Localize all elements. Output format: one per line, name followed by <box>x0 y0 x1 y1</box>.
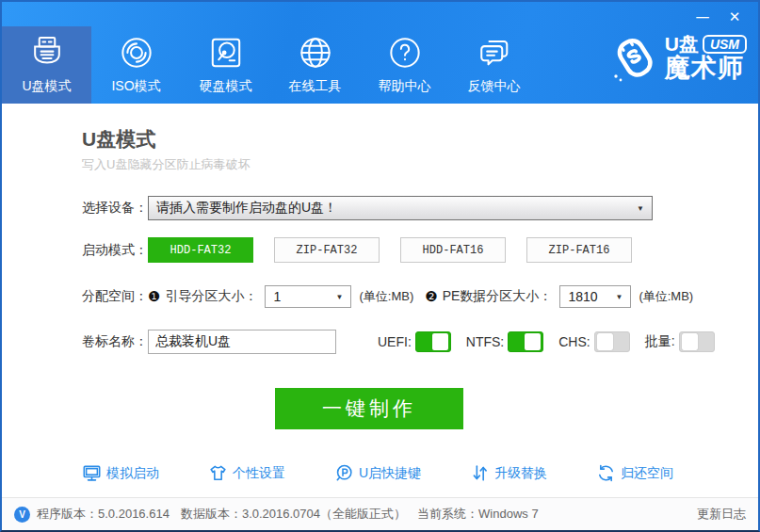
nav-label: 反馈中心 <box>468 78 521 95</box>
boot-mode-row: 启动模式： HDD-FAT32 ZIP-FAT32 HDD-FAT16 ZIP-… <box>82 237 758 263</box>
nav-online-tools[interactable]: 在线工具 <box>270 26 360 104</box>
tshirt-icon <box>208 463 228 483</box>
page-title: U盘模式 <box>82 126 758 153</box>
app-window: — ✕ U盘模式 <box>0 0 760 532</box>
chat-bubbles-icon <box>474 32 515 73</box>
pe-partition-unit: (单位:MB) <box>639 288 693 305</box>
link-label: U启快捷键 <box>359 465 421 482</box>
window-controls: — ✕ <box>687 6 751 28</box>
marker-2-icon: ❷ <box>425 288 437 305</box>
link-upgrade-replace[interactable]: 升级替换 <box>470 463 547 483</box>
boot-partition-size-value: 1 <box>273 289 281 304</box>
main-nav: U盘模式 ISO模式 <box>2 26 539 104</box>
nav-usb-mode[interactable]: U盘模式 <box>2 26 91 104</box>
nav-label: ISO模式 <box>111 78 160 95</box>
data-version: 数据版本：3.0.2016.0704（全能版正式） <box>181 506 406 523</box>
page-subtitle: 写入U盘隐藏分区防止病毒破坏 <box>82 156 758 173</box>
link-label: 归还空间 <box>621 465 673 482</box>
hard-disk-icon <box>205 32 247 73</box>
uefi-label: UEFI: <box>378 334 412 349</box>
toggle-knob <box>682 333 698 350</box>
circled-p-icon <box>334 463 354 483</box>
device-select-value: 请插入需要制作启动盘的U盘！ <box>156 200 337 217</box>
boot-partition-size-select[interactable]: 1 ▼ <box>265 285 351 308</box>
toggle-knob <box>525 333 541 350</box>
quick-links: 模拟启动 个性设置 U启快捷键 <box>82 463 673 483</box>
current-system: 当前系统：Windows 7 <box>417 506 539 523</box>
link-return-space[interactable]: 归还空间 <box>596 463 673 483</box>
logo-word1: U盘 <box>665 34 699 54</box>
marker-1-icon: ❶ <box>148 288 160 305</box>
boot-partition-label: 引导分区大小： <box>165 288 257 305</box>
nav-label: 在线工具 <box>289 78 342 95</box>
update-log-link[interactable]: 更新日志 <box>697 506 746 523</box>
batch-toggle[interactable] <box>679 331 715 352</box>
toggle-group: UEFI: NTFS: CHS: 批量: <box>378 331 730 352</box>
toggle-knob <box>432 333 448 350</box>
monitor-icon <box>82 463 102 483</box>
link-label: 个性设置 <box>233 465 285 482</box>
usb-drive-icon <box>26 32 68 73</box>
usm-logo-icon <box>608 30 661 85</box>
device-select[interactable]: 请插入需要制作启动盘的U盘！ ▼ <box>148 196 653 220</box>
one-key-make-button[interactable]: 一键制作 <box>275 388 463 429</box>
volume-name-input[interactable] <box>148 330 336 354</box>
nav-help-center[interactable]: 帮助中心 <box>360 26 449 104</box>
nav-label: 帮助中心 <box>379 78 431 95</box>
version-badge-icon: V <box>14 507 30 523</box>
program-version: 程序版本：5.0.2016.614 <box>37 506 170 523</box>
chs-toggle[interactable] <box>594 331 630 352</box>
ntfs-toggle[interactable] <box>508 331 543 352</box>
cd-disc-icon <box>116 32 157 73</box>
nav-label: U盘模式 <box>22 78 71 95</box>
up-down-arrows-icon <box>470 463 490 483</box>
logo-text: U盘 USM 魔术师 <box>665 34 747 81</box>
boot-mode-zip-fat16[interactable]: ZIP-FAT16 <box>526 237 632 263</box>
boot-mode-zip-fat32[interactable]: ZIP-FAT32 <box>274 237 380 263</box>
boot-mode-label: 启动模式： <box>82 242 148 259</box>
link-personal-settings[interactable]: 个性设置 <box>208 463 285 483</box>
link-label: 升级替换 <box>494 465 547 482</box>
status-bar: V 程序版本：5.0.2016.614 数据版本：3.0.2016.0704（全… <box>2 497 758 530</box>
nav-hdd-mode[interactable]: 硬盘模式 <box>181 26 270 104</box>
boot-partition-unit: (单位:MB) <box>359 288 413 305</box>
chs-label: CHS: <box>558 334 590 349</box>
space-row: 分配空间： ❶ 引导分区大小： 1 ▼ (单位:MB) ❷ PE数据分区大小： … <box>82 285 758 308</box>
pe-partition-size-value: 1810 <box>568 289 597 304</box>
pe-partition-size-select[interactable]: 1810 ▼ <box>559 285 631 308</box>
volume-label: 卷标名称： <box>82 333 148 350</box>
link-simulate-boot[interactable]: 模拟启动 <box>82 463 159 483</box>
nav-label: 硬盘模式 <box>200 78 252 95</box>
link-boot-hotkeys[interactable]: U启快捷键 <box>334 463 421 483</box>
batch-label: 批量: <box>645 333 675 350</box>
nav-iso-mode[interactable]: ISO模式 <box>91 26 181 104</box>
minimize-button[interactable]: — <box>687 6 719 28</box>
device-label: 选择设备： <box>82 200 148 217</box>
boot-mode-hdd-fat32[interactable]: HDD-FAT32 <box>148 237 253 263</box>
globe-icon <box>295 32 336 73</box>
ntfs-label: NTFS: <box>466 334 504 349</box>
logo-badge: USM <box>703 35 747 54</box>
device-row: 选择设备： 请插入需要制作启动盘的U盘！ ▼ <box>82 196 758 220</box>
volume-row: 卷标名称： UEFI: NTFS: CHS: 批量: <box>82 330 758 354</box>
logo-word2: 魔术师 <box>665 56 747 81</box>
space-label: 分配空间： <box>82 288 148 305</box>
question-mark-icon <box>384 32 426 73</box>
chevron-down-icon: ▼ <box>609 293 623 301</box>
toggle-knob <box>597 333 613 350</box>
pe-partition-label: PE数据分区大小： <box>443 288 553 305</box>
uefi-toggle[interactable] <box>415 331 451 352</box>
main-content: U盘模式 写入U盘隐藏分区防止病毒破坏 选择设备： 请插入需要制作启动盘的U盘！… <box>2 104 758 497</box>
link-label: 模拟启动 <box>106 465 159 482</box>
chevron-down-icon: ▼ <box>331 293 344 301</box>
header-bar: — ✕ U盘模式 <box>2 2 758 104</box>
chevron-down-icon: ▼ <box>631 204 644 213</box>
app-logo: U盘 USM 魔术师 <box>608 30 747 85</box>
boot-mode-hdd-fat16[interactable]: HDD-FAT16 <box>400 237 506 263</box>
close-button[interactable]: ✕ <box>719 6 751 28</box>
refresh-icon <box>596 463 616 483</box>
nav-feedback-center[interactable]: 反馈中心 <box>449 26 539 104</box>
